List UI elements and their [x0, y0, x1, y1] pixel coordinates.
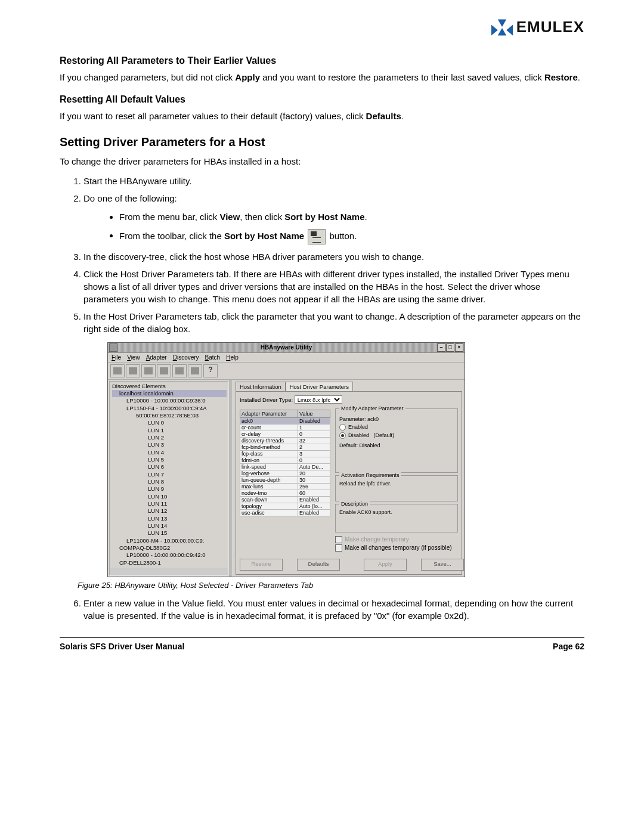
- restore-button[interactable]: Restore: [240, 559, 283, 571]
- tree-host[interactable]: localhost.localdomain: [112, 390, 227, 397]
- param-name-cell: log-verbose: [240, 470, 298, 476]
- toolbar-btn-4[interactable]: [157, 364, 171, 377]
- step-2a: From the menu bar, click View, then clic…: [119, 210, 584, 223]
- step-5: In the Host Driver Parameters tab, click…: [83, 310, 584, 335]
- maximize-button[interactable]: □: [446, 343, 454, 352]
- tree-lun[interactable]: LUN 9: [112, 485, 227, 493]
- figure-caption: Figure 25: HBAnyware Utility, Host Selec…: [78, 581, 584, 590]
- col-adapter-parameter[interactable]: Adapter Parameter: [240, 410, 298, 417]
- make-change-temporary[interactable]: Make change temporary: [335, 536, 458, 543]
- tree-lun[interactable]: LUN 6: [112, 463, 227, 470]
- tree-h-scrollbar[interactable]: [110, 568, 228, 575]
- tree-lun[interactable]: LUN 3: [112, 441, 227, 448]
- step-1: Start the HBAnyware utility.: [83, 175, 584, 187]
- titlebar: HBAnyware Utility – □ ×: [108, 343, 465, 353]
- system-menu-icon[interactable]: [109, 343, 117, 352]
- table-row[interactable]: link-speedAuto De...: [240, 463, 330, 470]
- table-row[interactable]: max-luns256: [240, 483, 330, 490]
- tab-host-driver-parameters[interactable]: Host Driver Parameters: [286, 382, 353, 392]
- step-6: Enter a new value in the Value field. Yo…: [83, 597, 584, 622]
- save-button[interactable]: Save...: [421, 559, 464, 571]
- tree-root[interactable]: Discovered Elements: [112, 383, 227, 390]
- table-row[interactable]: use-adiscEnabled: [240, 509, 330, 516]
- step-2: Do one of the following: From the menu b…: [83, 192, 584, 244]
- footer-left: Solaris SFS Driver User Manual: [60, 642, 184, 651]
- tree-lun[interactable]: LUN 15: [112, 529, 227, 537]
- defaults-button[interactable]: Defaults: [297, 559, 340, 571]
- checkbox-icon: [335, 536, 342, 543]
- param-name-cell: cr-count: [240, 424, 298, 431]
- tree-lun[interactable]: LUN 7: [112, 471, 227, 478]
- tree-node[interactable]: CP-DELL2800-1: [112, 559, 227, 566]
- svg-marker-2: [506, 24, 513, 35]
- apply-button[interactable]: Apply: [364, 559, 407, 571]
- col-value[interactable]: Value: [298, 410, 330, 417]
- param-value-cell: Auto (lo...: [298, 503, 330, 509]
- section-setting-intro: To change the driver parameters for HBAs…: [60, 155, 584, 168]
- tree-node[interactable]: LP11000-M4 - 10:00:00:00:C9:: [112, 537, 227, 544]
- tree-lun[interactable]: LUN 1: [112, 427, 227, 434]
- minimize-button[interactable]: –: [437, 343, 445, 352]
- tree-node[interactable]: 50:00:60:E8:02:78:6E:03: [112, 412, 227, 419]
- param-value-cell: 60: [298, 490, 330, 496]
- tree-lun[interactable]: LUN 4: [112, 449, 227, 456]
- menu-help[interactable]: Help: [226, 354, 239, 361]
- tree-lun[interactable]: LUN 14: [112, 522, 227, 529]
- tree-lun[interactable]: LUN 2: [112, 434, 227, 441]
- tab-host-information[interactable]: Host Information: [236, 382, 286, 392]
- toolbar-btn-3[interactable]: [141, 364, 156, 377]
- toolbar-btn-5[interactable]: [172, 364, 187, 377]
- step-3: In the discovery-tree, click the host wh…: [83, 250, 584, 263]
- tree-lun[interactable]: LUN 11: [112, 500, 227, 507]
- tree-lun[interactable]: LUN 8: [112, 478, 227, 485]
- param-value-cell: 0: [298, 431, 330, 437]
- tree-lun[interactable]: LUN 10: [112, 493, 227, 500]
- tree-lun[interactable]: LUN 0: [112, 419, 227, 426]
- table-row[interactable]: ack0Disabled: [240, 417, 330, 424]
- radio-enabled[interactable]: Enabled: [339, 424, 454, 431]
- close-button[interactable]: ×: [455, 343, 463, 352]
- param-value-cell: 1: [298, 424, 330, 431]
- make-all-changes-temporary[interactable]: Make all changes temporary (if possible): [335, 544, 458, 552]
- menu-view[interactable]: View: [127, 354, 140, 361]
- param-name-cell: lun-queue-depth: [240, 476, 298, 483]
- toolbar-btn-2[interactable]: [126, 364, 140, 377]
- installed-driver-type-select[interactable]: Linux 8.x lpfc: [295, 395, 342, 404]
- menu-discovery[interactable]: Discovery: [173, 354, 199, 361]
- tree-node[interactable]: LP10000 - 10:00:00:00:C9:42:0: [112, 552, 227, 559]
- radio-disabled[interactable]: Disabled (Default): [339, 432, 454, 439]
- menu-batch[interactable]: Batch: [205, 354, 221, 361]
- tab-panel: Installed Driver Type: Linux 8.x lpfc Ad…: [236, 391, 462, 575]
- table-row[interactable]: fdmi-on0: [240, 457, 330, 463]
- param-name-cell: fcp-bind-method: [240, 444, 298, 450]
- section-restoring-title: Restoring All Parameters to Their Earlie…: [60, 55, 584, 66]
- table-row[interactable]: log-verbose20: [240, 470, 330, 476]
- toolbar-help-button[interactable]: [203, 364, 218, 377]
- table-row[interactable]: fcp-class3: [240, 450, 330, 457]
- tree-node[interactable]: LP10000 - 10:00:00:00:C9:36:0: [112, 397, 227, 404]
- table-row[interactable]: cr-delay0: [240, 431, 330, 437]
- parameter-table[interactable]: Adapter Parameter Value ack0Disabledcr-c…: [240, 410, 330, 547]
- table-row[interactable]: cr-count1: [240, 424, 330, 431]
- tree-lun[interactable]: LUN 5: [112, 456, 227, 463]
- table-row[interactable]: lun-queue-depth30: [240, 476, 330, 483]
- table-row[interactable]: fcp-bind-method2: [240, 444, 330, 450]
- table-row[interactable]: discovery-threads32: [240, 437, 330, 444]
- tree-lun[interactable]: LUN 12: [112, 507, 227, 515]
- param-name-cell: fdmi-on: [240, 457, 298, 463]
- description-box: Description Enable ACK0 support.: [335, 504, 458, 532]
- tree-lun[interactable]: LUN 13: [112, 515, 227, 522]
- table-row[interactable]: topologyAuto (lo...: [240, 503, 330, 509]
- discovery-tree[interactable]: Discovered Elements localhost.localdomai…: [109, 381, 228, 575]
- section-restoring-para: If you changed parameters, but did not c…: [60, 71, 584, 83]
- sort-by-host-icon: [308, 229, 326, 244]
- menu-file[interactable]: File: [112, 354, 121, 361]
- table-row[interactable]: nodev-tmo60: [240, 490, 330, 496]
- menu-adapter[interactable]: Adapter: [146, 354, 167, 361]
- step-4: Click the Host Driver Parameters tab. If…: [83, 268, 584, 305]
- toolbar-btn-1[interactable]: [110, 364, 125, 377]
- tree-node[interactable]: LP1150-F4 - 10:00:00:00:C9:4A: [112, 405, 227, 412]
- tree-node[interactable]: COMPAQ-DL380G2: [112, 544, 227, 552]
- toolbar-btn-6[interactable]: [188, 364, 202, 377]
- table-row[interactable]: scan-downEnabled: [240, 496, 330, 503]
